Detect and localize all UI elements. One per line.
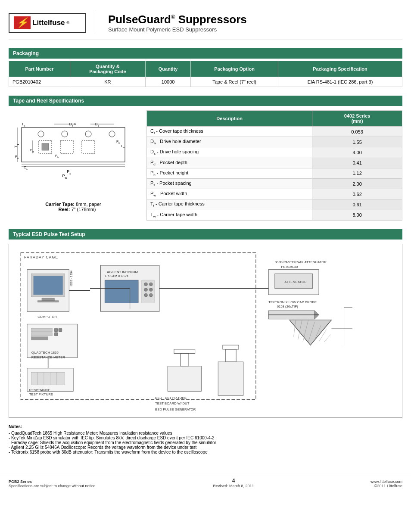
svg-text:TEST BOARD W/ DUT: TEST BOARD W/ DUT — [155, 401, 190, 405]
spec-row-2: Ds - Drive hole spacing 4.00 — [147, 147, 402, 158]
registered-mark: ® — [67, 21, 70, 25]
spec-desc-4: Ph - Pocket height — [147, 168, 312, 178]
table-row: PGB2010402 KR 10000 Tape & Reel (7" reel… — [9, 77, 402, 87]
svg-text:ATTENUATOR: ATTENUATOR — [284, 280, 307, 284]
spec-row-6: Pw - Pocket width 0.62 — [147, 189, 402, 199]
tape-specs-area: Description 0402 Series(mm) Ct - Cover t… — [146, 110, 402, 221]
svg-text:IEEE - 1394: IEEE - 1394 — [70, 270, 73, 286]
svg-rect-13 — [42, 143, 49, 150]
tape-specs-table: Description 0402 Series(mm) Ct - Cover t… — [146, 110, 402, 221]
svg-text:QUADTECH 1865: QUADTECH 1865 — [31, 350, 59, 354]
svg-point-7 — [62, 131, 68, 137]
footer-center: 4 Revised: March 8, 2011 — [213, 478, 254, 488]
svg-text:T1: T1 — [22, 122, 26, 128]
copyright-text: ©2011 Littelfuse — [371, 484, 402, 488]
notes-title: Notes: — [9, 424, 402, 429]
spec-val-0: 0.053 — [312, 127, 402, 137]
svg-rect-32 — [34, 276, 63, 295]
svg-rect-49 — [31, 372, 65, 385]
esd-section: Typical ESD Pulse Test Setup FARADAY CAG… — [9, 229, 402, 418]
svg-point-60 — [149, 283, 153, 286]
svg-point-64 — [149, 293, 153, 297]
cell-spec: EIA RS-481-1 (IEC 286, part 3) — [278, 77, 402, 87]
packaging-section: Packaging Part Number Quantity &Packagin… — [9, 48, 402, 87]
packaging-header: Packaging — [9, 48, 402, 59]
svg-point-8 — [85, 131, 91, 137]
svg-rect-34 — [37, 301, 59, 302]
svg-point-6 — [38, 131, 44, 137]
footer-left: PGB2 Series Specifications are subject t… — [9, 479, 97, 488]
svg-rect-44 — [59, 328, 62, 332]
svg-text:FARADAY CAGE: FARADAY CAGE — [24, 255, 58, 259]
spec-row-0: Ct - Cover tape thickness 0.053 — [147, 127, 402, 137]
svg-rect-12 — [82, 140, 95, 153]
note-item-2: - Faraday cage: Shields the acquisition … — [9, 440, 402, 445]
disclaimer-text: Specifications are subject to change wit… — [9, 484, 97, 488]
svg-text:RESISTANCE: RESISTANCE — [29, 388, 50, 392]
cell-qty-code: KR — [70, 77, 145, 87]
spec-row-7: Tt - Carrier tape thickness 0.61 — [147, 199, 402, 210]
spec-desc-8: Tw - Carrier tape width — [147, 210, 312, 220]
svg-point-62 — [149, 288, 153, 291]
carrier-tape-info: Carrier Tape: 8mm, paper Reel: 7" (178mm… — [9, 202, 138, 212]
spec-desc-3: Pd - Pocket depth — [147, 158, 312, 168]
spec-col-desc: Description — [147, 111, 312, 127]
product-heading: PulseGuard® Suppressors — [108, 13, 247, 26]
footer: PGB2 Series Specifications are subject t… — [0, 474, 411, 492]
cell-quantity: 10000 — [146, 77, 191, 87]
svg-text:PE7025-30: PE7025-30 — [281, 265, 298, 269]
svg-text:TEKTRONIX LOW CAP PROBE: TEKTRONIX LOW CAP PROBE — [268, 300, 317, 304]
svg-point-63 — [144, 293, 148, 297]
spec-desc-0: Ct - Cover tape thickness — [147, 127, 312, 137]
spec-val-2: 4.00 — [312, 147, 402, 158]
tape-diagram: T1 Ds Ds — [9, 110, 138, 221]
spec-val-6: 0.62 — [312, 189, 402, 199]
logo-icon: ⚡ — [14, 16, 31, 29]
svg-rect-84 — [223, 345, 239, 349]
product-description: Surface Mount Polymeric ESD Suppressors — [108, 26, 247, 33]
col-quantity: Quantity — [146, 61, 191, 77]
svg-text:AGILENT INFINIIUM: AGILENT INFINIIUM — [107, 270, 138, 274]
svg-point-61 — [144, 288, 148, 291]
tape-reel-header: Tape and Reel Specifications — [9, 96, 402, 106]
svg-rect-76 — [168, 366, 201, 391]
col-spec: Packaging Specification — [278, 61, 402, 77]
spec-desc-1: Da - Drive hole diameter — [147, 137, 312, 147]
svg-rect-78 — [174, 349, 195, 354]
svg-rect-11 — [60, 140, 73, 153]
note-item-4: - Tektronix 6158 probe with 30dB attenua… — [9, 450, 402, 454]
spec-desc-5: Ps - Pocket spacing — [147, 178, 312, 189]
note-item-0: - QuadQuadTech 1865 High Resistance Mete… — [9, 431, 402, 436]
series-label: PGB2 Series — [9, 479, 97, 484]
svg-text:ESD PULSE GENERATOR: ESD PULSE GENERATOR — [155, 408, 196, 411]
svg-text:Ph: Ph — [116, 140, 120, 144]
col-part-number: Part Number — [9, 61, 70, 77]
spec-val-5: 2.00 — [312, 178, 402, 189]
svg-text:Tw: Tw — [121, 144, 125, 149]
spec-row-1: Da - Drive hole diameter 1.55 — [147, 137, 402, 147]
spec-val-3: 0.41 — [312, 158, 402, 168]
note-item-1: - KeyTek MiniZap ESD simulator with IEC … — [9, 436, 402, 440]
esd-diagram: FARADAY CAGE COMPUTER IEEE - 1394 QUADTE… — [9, 244, 402, 418]
svg-point-59 — [144, 283, 148, 286]
svg-rect-42 — [31, 336, 48, 340]
brand-name: Littelfuse — [32, 19, 65, 27]
svg-rect-83 — [226, 349, 236, 362]
spec-row-5: Ps - Pocket spacing 2.00 — [147, 178, 402, 189]
svg-text:TEST FIXTURE: TEST FIXTURE — [29, 392, 53, 396]
spec-desc-2: Ds - Drive hole spacing — [147, 147, 312, 158]
svg-rect-82 — [218, 362, 243, 395]
svg-text:Pw: Pw — [62, 174, 67, 179]
spec-val-4: 1.12 — [312, 168, 402, 178]
spec-val-8: 8.00 — [312, 210, 402, 220]
spec-row-3: Pd - Pocket depth 0.41 — [147, 158, 402, 168]
svg-text:Pe: Pe — [15, 155, 19, 159]
svg-text:Pd: Pd — [30, 148, 34, 153]
spec-val-7: 0.61 — [312, 199, 402, 210]
logo-area: ⚡ Littelfuse® — [9, 13, 86, 33]
packaging-table: Part Number Quantity &Packaging Code Qua… — [9, 61, 402, 87]
spec-desc-7: Tt - Carrier tape thickness — [147, 199, 312, 210]
svg-text:COMPUTER: COMPUTER — [37, 314, 57, 318]
svg-text:Ps: Ps — [67, 169, 71, 175]
svg-rect-33 — [42, 298, 54, 301]
